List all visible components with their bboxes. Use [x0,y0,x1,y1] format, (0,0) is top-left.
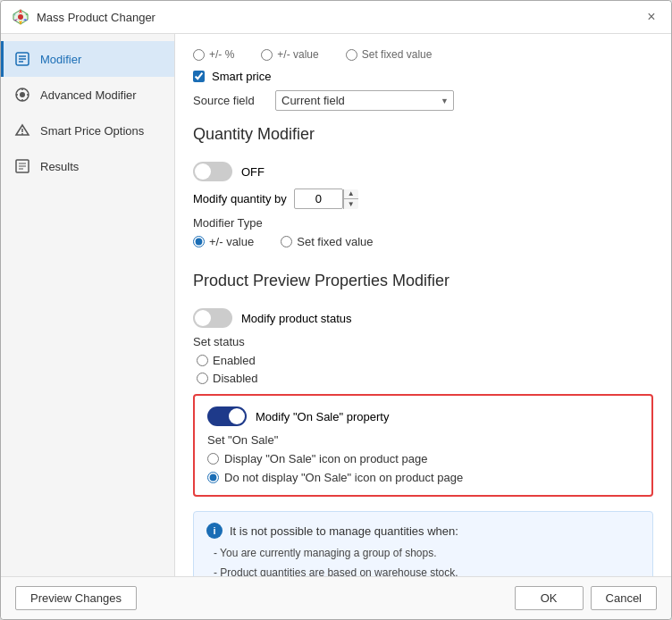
main-content: +/- % +/- value Set fixed value Smart pr… [175,34,671,576]
content-area: Modifier Advanced Modifier [1,34,671,576]
results-icon [13,157,31,175]
radio-fixed-input[interactable] [346,49,357,61]
smart-price-row: Smart price [193,70,653,83]
modifier-type-fixed[interactable]: Set fixed value [281,235,373,248]
info-header: i It is not possible to manage quantitie… [206,523,640,539]
on-sale-toggle-label: Modify "On Sale" property [256,410,389,423]
sidebar-results-label: Results [40,160,79,173]
no-display-on-sale[interactable]: Do not display "On Sale" icon on product… [207,471,639,484]
quantity-toggle-row: OFF [193,162,653,181]
product-status-label: Modify product status [241,312,352,325]
info-box: i It is not possible to manage quantitie… [193,511,653,576]
status-radio-group: Enabled Disabled [193,354,653,385]
modifier-type-label: Modifier Type [193,216,653,230]
title-bar-left: Mass Product Changer [12,8,155,26]
modify-quantity-label: Modify quantity by [193,192,287,205]
sidebar-modifier-label: Modifier [40,53,81,66]
modifier-type-value-input[interactable] [193,236,205,247]
modifier-type-value[interactable]: +/- value [193,235,254,248]
smart-price-checkbox[interactable] [193,71,205,82]
quantity-spinner-input[interactable] [294,189,343,209]
display-on-sale[interactable]: Display "On Sale" icon on product page [207,452,639,465]
ok-button[interactable]: OK [515,586,584,610]
radio-fixed[interactable]: Set fixed value [346,48,433,61]
window-title: Mass Product Changer [37,11,155,24]
app-icon [12,8,29,26]
close-button[interactable]: × [643,8,660,26]
modifier-type-fixed-input[interactable] [281,236,292,247]
svg-point-13 [20,92,25,97]
bottom-bar: Preview Changes OK Cancel [1,576,671,619]
status-enabled-input[interactable] [197,355,208,366]
quantity-modifier-title: Quantity Modifier [193,125,653,149]
source-field-select[interactable]: Current field [275,90,454,111]
display-on-sale-input[interactable] [207,453,219,465]
radio-percent[interactable]: +/- % [193,48,234,61]
main-window: Mass Product Changer × Modifier [0,0,672,620]
sidebar-item-modifier[interactable]: Modifier [1,41,174,77]
quantity-toggle[interactable] [193,162,232,181]
product-status-toggle-row: Modify product status [193,308,653,328]
set-status-label: Set status [193,335,653,348]
status-enabled[interactable]: Enabled [197,354,653,367]
sidebar-smart-price-label: Smart Price Options [40,124,144,138]
on-sale-toggle-row: Modify "On Sale" property [207,406,639,426]
quantity-spinner-row: Modify quantity by ▲ ▼ [193,189,653,209]
quantity-spinner-wrapper: ▲ ▼ [294,189,358,209]
preview-changes-button[interactable]: Preview Changes [15,586,137,610]
title-bar: Mass Product Changer × [1,1,671,34]
sidebar: Modifier Advanced Modifier [1,34,175,576]
on-sale-box: Modify "On Sale" property Set "On Sale" … [193,394,653,497]
source-field-label: Source field [193,94,265,107]
source-field-select-wrapper: Current field [275,90,454,111]
radio-value-input[interactable] [261,49,273,61]
spinner-up[interactable]: ▲ [344,189,358,199]
info-line-1: - You are currently managing a group of … [214,544,640,564]
smart-price-label: Smart price [212,70,271,83]
modifier-type-group: +/- value Set fixed value [193,235,653,248]
status-disabled[interactable]: Disabled [197,372,653,385]
sidebar-item-results[interactable]: Results [1,148,174,184]
no-display-on-sale-input[interactable] [207,472,219,483]
product-status-toggle[interactable] [193,308,232,328]
product-preview-title: Product Preview Properties Modifier [193,272,653,296]
divider [193,257,653,272]
on-sale-radio-group: Display "On Sale" icon on product page D… [207,452,639,484]
spinner-arrows: ▲ ▼ [343,189,358,209]
radio-percent-input[interactable] [193,49,205,61]
svg-point-19 [21,133,23,135]
set-on-sale-label: Set "On Sale" [207,433,639,447]
on-sale-toggle[interactable] [207,406,247,426]
info-line-2: - Product quantities are based on wareho… [214,564,640,576]
sidebar-advanced-label: Advanced Modifier [40,88,137,102]
modifier-icon [13,50,31,68]
smart-price-icon [13,121,31,139]
spinner-down[interactable]: ▼ [344,199,358,209]
info-list: - You are currently managing a group of … [206,544,640,576]
cancel-button[interactable]: Cancel [591,586,657,610]
info-header-text: It is not possible to manage quantities … [230,524,458,538]
info-icon: i [206,523,223,539]
svg-point-1 [18,14,23,20]
source-field-row: Source field Current field [193,90,653,111]
sidebar-item-smart-price[interactable]: Smart Price Options [1,113,174,148]
radio-value[interactable]: +/- value [261,48,318,61]
advanced-modifier-icon [13,86,31,104]
sidebar-item-advanced-modifier[interactable]: Advanced Modifier [1,77,174,113]
status-disabled-input[interactable] [197,373,208,384]
price-modifier-options: +/- % +/- value Set fixed value [193,48,653,61]
quantity-toggle-label: OFF [241,165,265,179]
bottom-right-buttons: OK Cancel [515,586,657,610]
